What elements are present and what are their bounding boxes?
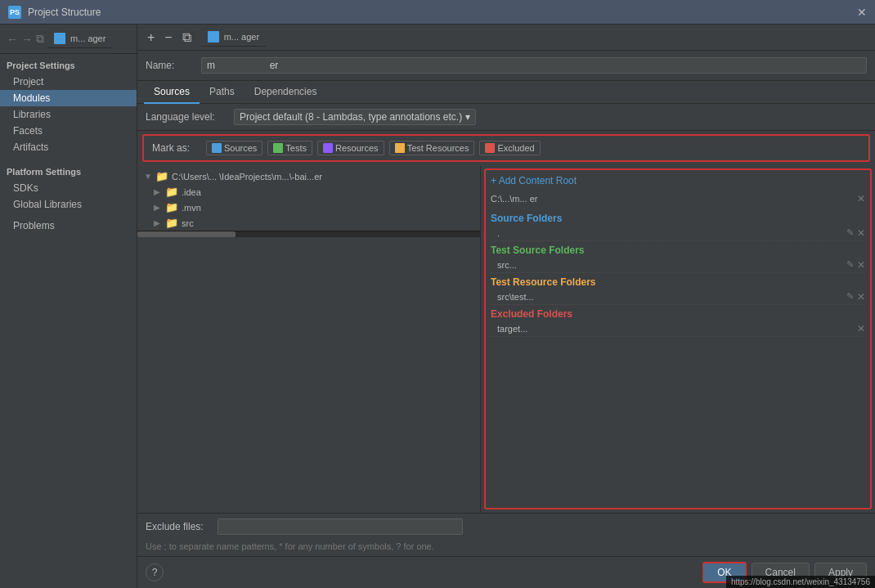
content-root-path-row: C:\...\m... er ✕ (491, 193, 865, 204)
platform-settings-title: Platform Settings (0, 160, 137, 180)
mark-sources-button[interactable]: Sources (206, 141, 262, 155)
module-header-name: m... ager (224, 32, 259, 42)
content-area: + − ⧉ m... ager Name: Sources Paths Depe… (137, 25, 875, 588)
module-header-icon (208, 31, 219, 43)
test-resource-folder-remove-button[interactable]: ✕ (857, 291, 865, 303)
mark-excluded-button[interactable]: Excluded (479, 141, 540, 155)
test-source-folder-remove-button[interactable]: ✕ (857, 259, 865, 271)
mark-resources-button[interactable]: Resources (317, 141, 384, 155)
remove-button[interactable]: − (161, 29, 175, 46)
language-level-row: Language level: Project default (8 - Lam… (137, 104, 875, 131)
excluded-icon (485, 143, 495, 153)
language-level-label: Language level: (146, 111, 227, 123)
nav-back-button[interactable]: ← (7, 33, 18, 46)
root-folder-icon: 📁 (155, 170, 168, 182)
module-name: m... ager (70, 34, 105, 43)
tab-sources[interactable]: Sources (144, 81, 200, 104)
tree-arrow-mvn: ▶ (154, 203, 162, 212)
excluded-folder-entry-0: target... ✕ (491, 321, 865, 337)
url-bar: https://blog.csdn.net/weixin_43134756 (726, 576, 875, 588)
exclude-files-label: Exclude files: (146, 521, 211, 532)
sources-icon (212, 143, 222, 153)
copy-button[interactable]: ⧉ (179, 29, 195, 46)
module-icon (54, 33, 65, 44)
sidebar-item-facets[interactable]: Facets (0, 123, 137, 139)
add-button[interactable]: + (144, 29, 158, 46)
test-resource-folder-edit-button[interactable]: ✎ (846, 291, 854, 303)
sidebar-item-artifacts[interactable]: Artifacts (0, 139, 137, 155)
source-folders-title: Source Folders (491, 213, 865, 224)
app-icon: PS (8, 6, 21, 19)
tree-item-idea[interactable]: ▶ 📁 .idea (137, 184, 480, 200)
tabs-row: Sources Paths Dependencies (137, 81, 875, 104)
test-resource-folder-entry-0: src\test... ✎ ✕ (491, 290, 865, 305)
excluded-folder-path: target... (497, 324, 527, 334)
content-toolbar: + − ⧉ m... ager (137, 25, 875, 51)
source-folder-path: . (497, 228, 500, 238)
title-bar: PS Project Structure ✕ (0, 0, 875, 25)
root-path-text: C:\...\m... er (491, 194, 537, 204)
root-close-button[interactable]: ✕ (857, 193, 865, 204)
exclude-hint: Use ; to separate name patterns, * for a… (137, 540, 875, 556)
resources-icon (323, 143, 333, 153)
excluded-folders-title: Excluded Folders (491, 308, 865, 320)
sidebar-item-sdks[interactable]: SDKs (0, 180, 137, 196)
test-resource-folders-title: Test Resource Folders (491, 276, 865, 288)
sidebar-item-problems[interactable]: Problems (0, 218, 137, 234)
sidebar-nav-toolbar: ← → ⧉ m... ager (0, 25, 137, 54)
tree-src-label: src (182, 218, 194, 228)
mark-test-resources-button[interactable]: Test Resources (389, 141, 475, 155)
mark-tests-button[interactable]: Tests (267, 141, 312, 155)
tree-item-mvn[interactable]: ▶ 📁 .mvn (137, 200, 480, 215)
split-pane: ▼ 📁 C:\Users\... \IdeaProjects\m...\-bai… (137, 165, 875, 513)
tree-root-path: C:\Users\... \IdeaProjects\m...\-bai...e… (172, 172, 322, 182)
window-title: Project Structure (28, 7, 101, 18)
add-content-root-button[interactable]: + Add Content Root (491, 175, 865, 186)
tree-arrow-src: ▶ (154, 218, 162, 227)
tree-arrow-root: ▼ (144, 172, 152, 181)
tab-paths[interactable]: Paths (200, 81, 245, 104)
sidebar-item-modules[interactable]: Modules (0, 90, 137, 106)
source-folder-remove-button[interactable]: ✕ (857, 227, 865, 239)
module-header-item[interactable]: m... ager (201, 28, 266, 47)
sidebar: ← → ⧉ m... ager Project Settings Project… (0, 25, 137, 588)
sidebar-item-project[interactable]: Project (0, 74, 137, 90)
tests-icon (273, 143, 283, 153)
sidebar-item-global-libraries[interactable]: Global Libraries (0, 196, 137, 213)
help-button[interactable]: ? (146, 563, 164, 581)
mark-as-label: Mark as: (152, 142, 201, 154)
test-resource-folder-actions: ✎ ✕ (846, 291, 865, 303)
mvn-folder-icon: 📁 (165, 201, 178, 213)
horizontal-scrollbar[interactable] (137, 231, 480, 237)
test-source-folder-actions: ✎ ✕ (846, 259, 865, 271)
test-source-folder-entry-0: src... ✎ ✕ (491, 258, 865, 273)
name-label: Name: (146, 60, 195, 71)
info-panel: + Add Content Root C:\...\m... er ✕ Sour… (484, 168, 872, 509)
exclude-files-input[interactable] (218, 518, 463, 535)
excluded-folder-remove-button[interactable]: ✕ (857, 323, 865, 334)
idea-folder-icon: 📁 (165, 186, 178, 198)
test-resource-folder-path: src\test... (497, 292, 534, 302)
tree-arrow-idea: ▶ (154, 187, 162, 196)
source-folder-edit-button[interactable]: ✎ (846, 227, 854, 239)
language-level-select[interactable]: Project default (8 - Lambdas, type annot… (234, 109, 476, 125)
tree-panel: ▼ 📁 C:\Users\... \IdeaProjects\m...\-bai… (137, 165, 481, 513)
sidebar-item-libraries[interactable]: Libraries (0, 106, 137, 123)
close-button[interactable]: ✕ (857, 6, 867, 19)
test-source-folder-path: src... (497, 260, 517, 270)
tab-dependencies[interactable]: Dependencies (245, 81, 327, 104)
name-row: Name: (137, 51, 875, 81)
nav-forward-button[interactable]: → (21, 33, 33, 46)
test-source-folders-title: Test Source Folders (491, 245, 865, 256)
tree-idea-label: .idea (182, 187, 201, 197)
name-input[interactable] (201, 57, 867, 74)
src-folder-icon: 📁 (165, 217, 178, 229)
mark-as-row: Mark as: Sources Tests Resources Test Re… (142, 134, 870, 162)
nav-copy-button[interactable]: ⧉ (36, 32, 44, 46)
scrollbar-thumb[interactable] (137, 231, 236, 237)
tree-mvn-label: .mvn (182, 203, 201, 213)
test-source-folder-edit-button[interactable]: ✎ (846, 259, 854, 271)
tree-root-item[interactable]: ▼ 📁 C:\Users\... \IdeaProjects\m...\-bai… (137, 168, 480, 184)
module-item[interactable]: m... ager (47, 29, 112, 48)
tree-item-src[interactable]: ▶ 📁 src (137, 215, 480, 231)
